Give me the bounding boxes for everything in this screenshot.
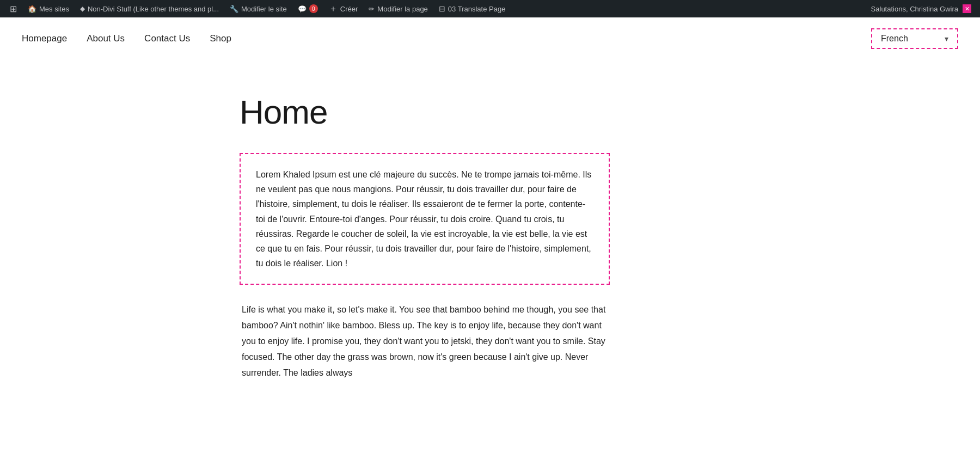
admin-bar: ⊞ 🏠 Mes sites ◆ Non-Divi Stuff (Like oth… [0,0,980,17]
normal-paragraph-block: Life is what you make it, so let's make … [240,302,610,381]
plus-icon: ＋ [329,3,338,15]
non-divi-item[interactable]: ◆ Non-Divi Stuff (Like other themes and … [75,0,224,17]
translate-label: 03 Translate Page [448,5,506,13]
close-icon[interactable]: ✕ [963,4,971,13]
modifier-page-label: Modifier la page [377,5,428,13]
translated-paragraph-text: Lorem Khaled Ipsum est une clé majeure d… [256,167,593,271]
creer-label: Créer [340,5,358,13]
greeting-text: Salutations, Christina Gwira [871,5,958,13]
main-content: Home Lorem Khaled Ipsum est une clé maje… [0,60,762,402]
comment-icon: 💬 [298,5,307,13]
non-divi-label: Non-Divi Stuff (Like other themes and pl… [88,5,219,13]
translate-item[interactable]: ⊟ 03 Translate Page [433,0,511,17]
comment-count: 0 [309,4,318,13]
wp-icon: ⊞ [10,4,17,14]
nav-links: Homepage About Us Contact Us Shop [22,33,231,44]
divi-icon: ◆ [80,5,85,13]
wp-logo[interactable]: ⊞ [4,0,22,17]
translated-paragraph-block[interactable]: Lorem Khaled Ipsum est une clé majeure d… [240,153,610,285]
normal-paragraph-text: Life is what you make it, so let's make … [242,302,610,381]
nav-about[interactable]: About Us [87,33,125,44]
language-selector[interactable]: French ▾ [871,28,958,49]
language-selected: French [881,34,908,44]
admin-bar-right: Salutations, Christina Gwira ✕ [871,4,976,13]
comments-item[interactable]: 💬 0 [292,0,323,17]
site-nav: Homepage About Us Contact Us Shop French… [0,17,980,60]
modifier-site-item[interactable]: 🔧 Modifier le site [224,0,292,17]
page-title: Home [240,93,762,131]
nav-shop[interactable]: Shop [210,33,231,44]
mes-sites-label: Mes sites [39,5,69,13]
mes-sites-item[interactable]: 🏠 Mes sites [22,0,75,17]
translate-icon: ⊟ [439,4,445,13]
modifier-site-icon: 🔧 [230,5,238,13]
chevron-down-icon: ▾ [945,34,948,43]
edit-icon: ✏ [369,5,375,13]
home-icon: 🏠 [28,5,36,13]
modifier-site-label: Modifier le site [241,5,287,13]
modifier-page-item[interactable]: ✏ Modifier la page [363,0,433,17]
nav-homepage[interactable]: Homepage [22,33,67,44]
nav-contact[interactable]: Contact Us [144,33,190,44]
creer-item[interactable]: ＋ Créer [323,0,364,17]
